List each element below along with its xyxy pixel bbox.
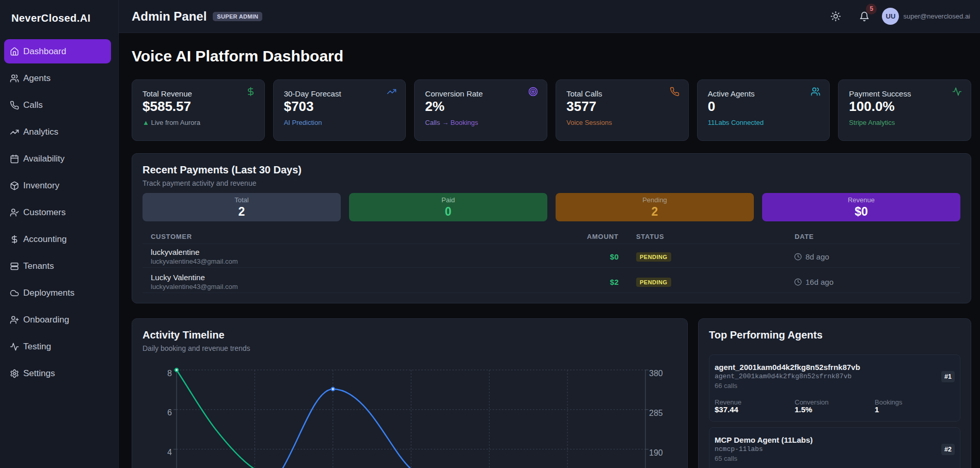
svg-text:190: 190 xyxy=(649,448,663,457)
svg-text:380: 380 xyxy=(649,369,663,378)
svg-text:8: 8 xyxy=(167,369,172,378)
svg-text:285: 285 xyxy=(649,409,663,417)
svg-text:4: 4 xyxy=(167,448,172,457)
svg-text:6: 6 xyxy=(167,408,172,417)
